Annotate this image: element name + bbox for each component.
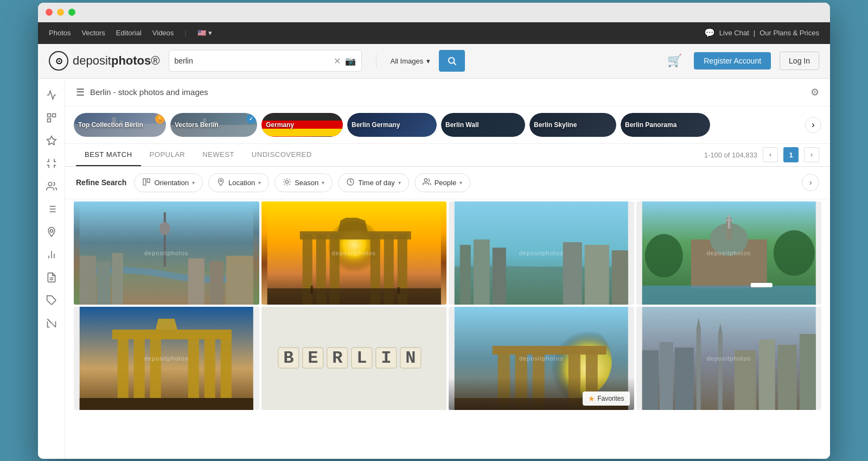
minimize-button[interactable] xyxy=(57,9,64,16)
nav-divider: | xyxy=(184,29,186,37)
nav-photos[interactable]: Photos xyxy=(49,29,71,37)
maximize-button[interactable] xyxy=(68,9,75,16)
chip-7-label: Berlin Panorama xyxy=(621,121,681,129)
search-container: ✕ 📷 xyxy=(169,50,362,72)
collections-next-button[interactable]: › xyxy=(805,117,821,133)
plans-label[interactable]: Our Plans & Prices xyxy=(760,29,819,37)
sidebar-crop-icon[interactable] xyxy=(42,154,61,173)
page-title: Berlin - stock photos and images xyxy=(90,87,208,97)
collection-chip-3[interactable]: Germany xyxy=(261,113,343,137)
image-cell-1[interactable]: depositphotos xyxy=(74,201,259,305)
clear-search-icon[interactable]: ✕ xyxy=(334,56,341,66)
search-button[interactable] xyxy=(439,50,465,72)
chip-2-label: Vectors Berlin xyxy=(170,121,223,129)
nav-vectors[interactable]: Vectors xyxy=(81,29,105,37)
collection-chip-6[interactable]: Berlin Skyline xyxy=(529,113,616,137)
filters-row: Refine Search Orientation ▾ xyxy=(65,167,830,199)
sidebar-location-icon[interactable] xyxy=(42,222,61,242)
more-filters-button[interactable]: › xyxy=(802,174,819,191)
svg-text:B: B xyxy=(283,348,293,368)
sidebar-list-icon[interactable] xyxy=(42,199,61,219)
svg-point-35 xyxy=(285,180,288,183)
svg-text:R: R xyxy=(332,348,343,368)
image-cell-3[interactable]: depositphotos xyxy=(449,201,634,305)
chip-3-label: Germany xyxy=(261,121,298,129)
time-of-day-filter[interactable]: Time of day ▾ xyxy=(338,173,409,192)
time-of-day-label: Time of day xyxy=(358,179,394,187)
people-chevron: ▾ xyxy=(459,180,462,186)
orientation-filter[interactable]: Orientation ▾ xyxy=(134,173,203,192)
image-cell-7[interactable]: depositphotos ★ Favorites xyxy=(449,307,634,410)
site-logo[interactable]: ⊙ depositphotos® xyxy=(49,51,160,71)
prev-page-button[interactable]: ‹ xyxy=(763,147,778,162)
svg-line-21 xyxy=(47,319,52,323)
image-grid: depositphotos xyxy=(65,199,830,412)
sidebar-trends-icon[interactable] xyxy=(42,85,61,105)
image-cell-6[interactable]: B E R L xyxy=(261,307,447,410)
svg-line-1 xyxy=(454,62,456,65)
image-cell-8[interactable]: depositphotos xyxy=(636,307,822,410)
tab-popular[interactable]: POPULAR xyxy=(141,144,194,166)
search-input[interactable] xyxy=(175,56,334,65)
tab-undiscovered[interactable]: UNDISCOVERED xyxy=(243,144,321,166)
close-button[interactable] xyxy=(46,9,53,16)
browser-window: Photos Vectors Editorial Videos | 🇺🇸 ▾ 💬… xyxy=(38,3,830,459)
left-sidebar xyxy=(38,79,65,459)
season-filter[interactable]: Season ▾ xyxy=(275,173,333,192)
svg-text:I: I xyxy=(381,348,391,368)
cart-button[interactable]: 🛒 xyxy=(663,50,685,72)
settings-icon[interactable]: ⚙ xyxy=(810,86,819,98)
sidebar-people-icon[interactable] xyxy=(42,176,61,196)
favorites-label: Favorites xyxy=(597,395,624,402)
collection-chip-5[interactable]: Berlin Wall xyxy=(441,113,525,137)
season-label: Season xyxy=(295,179,318,187)
image-cell-4[interactable]: depositphotos xyxy=(636,201,822,305)
image-cell-5[interactable]: depositphotos xyxy=(74,307,259,410)
camera-search-icon[interactable]: 📷 xyxy=(345,56,356,66)
all-images-selector[interactable]: All Images ▾ xyxy=(391,57,431,65)
language-selector[interactable]: 🇺🇸 ▾ xyxy=(197,29,212,37)
chip-2-badge: ✓ xyxy=(246,114,256,124)
sidebar-chart-icon[interactable] xyxy=(42,245,61,264)
page-header-left: ☰ Berlin - stock photos and images xyxy=(76,86,208,98)
svg-point-6 xyxy=(48,182,52,186)
sidebar-wand-icon[interactable] xyxy=(42,313,61,333)
orientation-icon xyxy=(142,178,151,188)
menu-icon[interactable]: ☰ xyxy=(76,86,85,98)
tab-best-match[interactable]: BEST MATCH xyxy=(76,144,141,166)
live-chat-label[interactable]: Live Chat xyxy=(719,29,749,37)
top-navigation: Photos Vectors Editorial Videos | 🇺🇸 ▾ 💬… xyxy=(38,22,830,44)
collection-chip-4[interactable]: Berlin Germany xyxy=(347,113,437,137)
collection-chip-7[interactable]: Berlin Panorama xyxy=(621,113,710,137)
location-filter[interactable]: Location ▾ xyxy=(208,173,269,192)
svg-text:L: L xyxy=(356,348,367,368)
sidebar-tag-icon[interactable] xyxy=(42,291,61,310)
login-button[interactable]: Log In xyxy=(780,52,819,70)
register-button[interactable]: Register Account xyxy=(694,52,771,70)
top-nav-left: Photos Vectors Editorial Videos | 🇺🇸 ▾ xyxy=(49,29,212,37)
next-page-button[interactable]: › xyxy=(804,147,819,162)
current-page: 1 xyxy=(783,147,799,162)
svg-rect-4 xyxy=(47,118,50,122)
location-label: Location xyxy=(228,179,255,187)
favorites-button[interactable]: ★ Favorites xyxy=(583,391,629,406)
logo-text: depositphotos® xyxy=(73,54,160,68)
logo-icon: ⊙ xyxy=(49,51,68,71)
search-bar-row: ⊙ depositphotos® ✕ 📷 All Images ▾ 🛒 Regi… xyxy=(38,44,830,79)
collection-chip-1[interactable]: Top Collection Berlin 🏆 xyxy=(74,113,166,137)
sidebar-similar-icon[interactable] xyxy=(42,108,61,128)
page-header: ☰ Berlin - stock photos and images ⚙ xyxy=(65,79,830,106)
svg-rect-3 xyxy=(52,113,55,117)
sidebar-doc-icon[interactable] xyxy=(42,268,61,287)
collection-chip-2[interactable]: Vectors Berlin ✓ xyxy=(170,113,257,137)
nav-videos[interactable]: Videos xyxy=(152,29,174,37)
image-cell-2[interactable]: depositphotos xyxy=(261,201,447,305)
tab-newest[interactable]: NEWEST xyxy=(194,144,243,166)
time-chevron: ▾ xyxy=(398,180,401,186)
main-content: ☰ Berlin - stock photos and images ⚙ xyxy=(38,79,830,459)
people-filter-icon xyxy=(423,178,431,188)
people-filter[interactable]: People ▾ xyxy=(414,173,470,192)
sidebar-sparkle-icon[interactable] xyxy=(42,131,61,150)
flag-chevron: ▾ xyxy=(208,29,212,37)
nav-editorial[interactable]: Editorial xyxy=(116,29,142,37)
